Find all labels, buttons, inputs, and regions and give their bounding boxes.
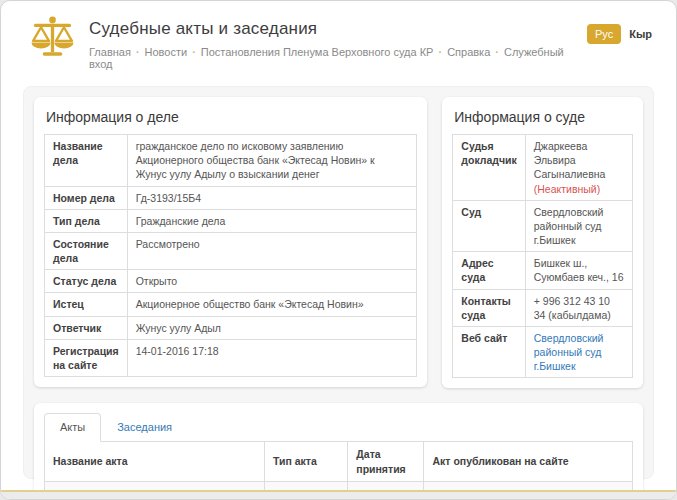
field-label: Судья докладчик <box>453 135 525 201</box>
field-label: Ответчик <box>45 316 128 339</box>
footer-bar <box>1 490 676 499</box>
case-info-title: Информация о деле <box>46 109 417 125</box>
court-info-row: СудСвердловский районный суд г.Бишкек <box>453 200 633 252</box>
court-info-row: Контакты суда+ 996 312 43 10 34 (кабылда… <box>453 289 633 326</box>
browser-window: Судебные акты и заседания Главная·Новост… <box>0 0 677 500</box>
case-info-row: Тип делаГражданские дела <box>45 209 417 232</box>
field-value: Рассмотрено <box>127 232 417 269</box>
field-value: Свердловский районный суд г.Бишкек <box>525 200 632 252</box>
court-info-table: Судья докладчикДжаркеева Эльвира Сагынал… <box>452 134 633 378</box>
acts-tabs: АктыЗаседания <box>44 413 633 442</box>
acts-column-header: Дата принятия <box>348 442 424 481</box>
main-nav: Главная·Новости·Постановления Пленума Ве… <box>89 46 587 70</box>
acts-column-header: Тип акта <box>264 442 347 481</box>
acts-column-header: Акт опубликован на сайте <box>424 442 633 481</box>
court-info-title: Информация о суде <box>454 109 633 125</box>
case-info-row: Регистрация на сайте14-01-2016 17:18 <box>45 339 417 376</box>
nav-separator-icon: · <box>438 46 442 58</box>
case-info-row: Состояние делаРассмотрено <box>45 232 417 269</box>
nav-link-4[interactable]: Справка <box>447 46 490 58</box>
language-switcher: Рус Кыр <box>587 15 652 44</box>
field-value: + 996 312 43 10 34 (кабылдама) <box>525 289 632 326</box>
case-info-row: Название делагражданское дело по исковом… <box>45 135 417 187</box>
field-value: 14-01-2016 17:18 <box>127 339 417 376</box>
nav-separator-icon: · <box>136 46 140 58</box>
inactive-status-note: (Неактивный) <box>534 183 600 195</box>
field-label: Суд <box>453 200 525 252</box>
case-info-panel: Информация о деле Название делагражданск… <box>34 97 427 387</box>
lang-button-kyr[interactable]: Кыр <box>629 28 652 40</box>
field-label: Адрес суда <box>453 252 525 289</box>
site-header: Судебные акты и заседания Главная·Новост… <box>1 1 676 70</box>
tab-sessions[interactable]: Заседания <box>101 413 188 441</box>
field-label: Истец <box>45 293 128 316</box>
tab-acts[interactable]: Акты <box>44 413 101 442</box>
case-info-row: ИстецАкционерное общество банк «Эктесад … <box>45 293 417 316</box>
court-info-row: Адрес судаБишкек ш., Суюмбаев кеч., 16 <box>453 252 633 289</box>
nav-link-1[interactable]: Главная <box>89 46 131 58</box>
field-value: Акционерное общество банк «Эктесад Новин… <box>127 293 417 316</box>
case-info-table: Название делагражданское дело по исковом… <box>44 134 417 377</box>
nav-link-3[interactable]: Постановления Пленума Верховного суда КР <box>201 46 434 58</box>
field-value: Бишкек ш., Суюмбаев кеч., 16 <box>525 252 632 289</box>
info-cards-row: Информация о деле Название делагражданск… <box>34 97 643 388</box>
field-value: Жунус уулу Адыл <box>127 316 417 339</box>
acts-panel: АктыЗаседания Название актаТип актаДата … <box>34 403 643 500</box>
field-value: Гражданские дела <box>127 209 417 232</box>
page-title: Судебные акты и заседания <box>89 19 587 39</box>
field-label: Веб сайт <box>453 326 525 378</box>
case-info-row: ОтветчикЖунус уулу Адыл <box>45 316 417 339</box>
case-info-row: Номер делаГд-3193/15Б4 <box>45 186 417 209</box>
field-label: Номер дела <box>45 186 128 209</box>
lang-button-rus[interactable]: Рус <box>587 24 621 44</box>
field-label: Название дела <box>45 135 128 187</box>
field-label: Регистрация на сайте <box>45 339 128 376</box>
field-label: Тип дела <box>45 209 128 232</box>
acts-column-header: Название акта <box>45 442 265 481</box>
nav-separator-icon: · <box>495 46 499 58</box>
field-label: Контакты суда <box>453 289 525 326</box>
court-info-row: Веб сайтСвердловский районный суд г.Бишк… <box>453 326 633 378</box>
case-info-row: Статус делаОткрыто <box>45 270 417 293</box>
main-content: Информация о деле Название делагражданск… <box>23 86 654 479</box>
court-info-row: Судья докладчикДжаркеева Эльвира Сагынал… <box>453 135 633 201</box>
court-website-link[interactable]: Свердловский районный суд г.Бишкек <box>534 332 604 372</box>
field-value: Гд-3193/15Б4 <box>127 186 417 209</box>
nav-link-2[interactable]: Новости <box>145 46 188 58</box>
field-value: Открыто <box>127 270 417 293</box>
field-value: Свердловский районный суд г.Бишкек <box>525 326 632 378</box>
nav-separator-icon: · <box>192 46 196 58</box>
field-value: Джаркеева Эльвира Сагыналиевна (Неактивн… <box>525 135 632 201</box>
scales-of-justice-logo-icon <box>29 15 76 62</box>
field-value: гражданское дело по исковому заявлению А… <box>127 135 417 187</box>
title-block: Судебные акты и заседания Главная·Новост… <box>89 15 587 70</box>
field-label: Статус дела <box>45 270 128 293</box>
field-label: Состояние дела <box>45 232 128 269</box>
court-info-panel: Информация о суде Судья докладчикДжаркее… <box>442 97 643 388</box>
